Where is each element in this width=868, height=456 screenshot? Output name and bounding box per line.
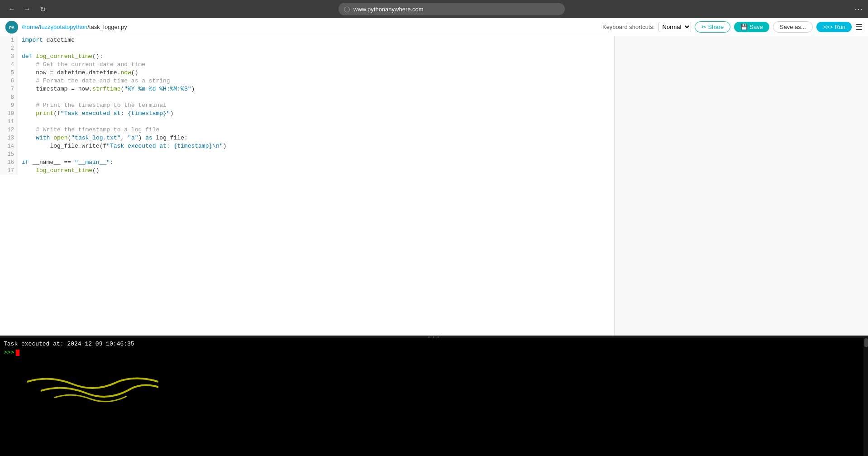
reload-button[interactable]: ↻ [36,3,49,15]
browser-menu-button[interactable]: ⋯ [854,4,863,14]
logo: PA [5,21,18,34]
url-text: www.pythonanywhere.com [353,6,424,13]
svg-text:PA: PA [9,25,14,30]
code-line-9: 9 # Print the timestamp to the terminal [0,101,614,110]
code-line-16: 16 if __name__ == "__main__": [0,158,614,167]
browser-chrome: ← → ↻ ◯ www.pythonanywhere.com ⋯ [0,0,868,18]
cursor-indicator [16,350,19,356]
breadcrumb: /home/fuzzypotatopython/task_logger.py [22,24,127,30]
run-button[interactable]: >>> Run [816,22,852,32]
code-line-2: 2 [0,44,614,53]
code-line-1: 1 import datetime [0,36,614,44]
code-line-15: 15 [0,150,614,158]
address-bar-container: ◯ www.pythonanywhere.com [54,3,849,15]
breadcrumb-user[interactable]: fuzzypotatopython [40,24,88,30]
breadcrumb-file: task_logger.py [89,24,127,30]
code-editor[interactable]: 1 import datetime 2 3 def log_current_ti… [0,36,615,336]
code-line-10: 10 print(f"Task executed at: {timestamp}… [0,110,614,118]
nav-buttons: ← → ↻ [5,3,49,15]
share-button[interactable]: ✂ Share [695,21,731,33]
console-prompt: >>> [4,349,864,356]
code-line-8: 8 [0,93,614,101]
forward-button[interactable]: → [21,3,33,15]
breadcrumb-home[interactable]: /home [22,24,38,30]
editor-right-gutter [615,36,868,336]
console-area[interactable]: Task executed at: 2024-12-09 10:46:35 >>… [0,338,868,456]
code-line-7: 7 timestamp = now.strftime("%Y-%m-%d %H:… [0,85,614,93]
save-as-button[interactable]: Save as... [773,21,813,33]
back-button[interactable]: ← [5,3,18,15]
security-icon: ◯ [344,6,350,12]
app-toolbar: PA /home/fuzzypotatopython/task_logger.p… [0,18,868,36]
squiggly-decoration [14,373,158,411]
save-button[interactable]: 💾 Save [734,22,769,32]
console-content: Task executed at: 2024-12-09 10:46:35 >>… [0,338,868,358]
code-line-6: 6 # Format the date and time as a string [0,77,614,85]
code-line-17: 17 log_current_time() [0,167,614,175]
code-line-11: 11 [0,118,614,126]
keyboard-shortcuts-label: Keyboard shortcuts: [602,24,655,30]
code-line-5: 5 now = datetime.datetime.now() [0,69,614,77]
mode-select[interactable]: Normal Vim Emacs [658,22,691,32]
console-output-line: Task executed at: 2024-12-09 10:46:35 [4,340,864,348]
editor-area: 1 import datetime 2 3 def log_current_ti… [0,36,868,336]
main-content: 1 import datetime 2 3 def log_current_ti… [0,36,868,456]
code-line-14: 14 log_file.write(f"Task executed at: {t… [0,142,614,150]
hamburger-menu-button[interactable]: ☰ [855,22,863,32]
code-line-3: 3 def log_current_time(): [0,53,614,61]
console-scrollbar-thumb[interactable] [864,338,868,347]
prompt-symbol: >>> [4,349,14,356]
code-line-12: 12 # Write the timestamp to a log file [0,126,614,134]
toolbar-right: Keyboard shortcuts: Normal Vim Emacs ✂ S… [602,21,863,33]
console-scrollbar[interactable] [863,338,868,456]
code-line-4: 4 # Get the current date and time [0,61,614,69]
code-line-13: 13 with open("task_log.txt", "a") as log… [0,134,614,142]
save-icon: 💾 [740,24,748,30]
share-icon: ✂ [701,24,706,30]
address-bar[interactable]: ◯ www.pythonanywhere.com [339,3,565,15]
